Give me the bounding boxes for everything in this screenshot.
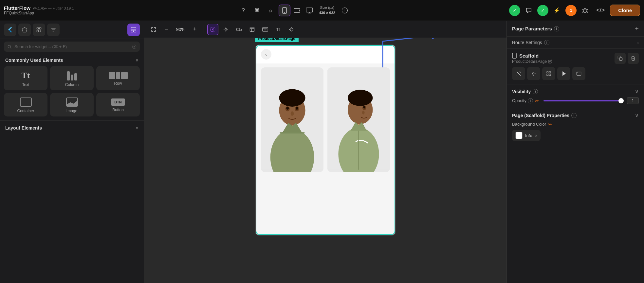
info-tag-label: Info xyxy=(525,133,532,138)
responsive-button[interactable] xyxy=(233,24,245,35)
selection-tool-button[interactable] xyxy=(207,24,218,35)
info-icon: i xyxy=(342,8,348,13)
widget-tree-button[interactable] xyxy=(127,24,140,36)
column-widget-icon xyxy=(67,71,77,80)
svg-rect-74 xyxy=(547,72,548,73)
phone-frame[interactable]: ‹ xyxy=(255,44,396,236)
info-button[interactable]: i xyxy=(339,5,351,16)
edit-scaffold-icon[interactable] xyxy=(548,60,552,63)
zoom-in-button[interactable]: + xyxy=(189,24,200,35)
opacity-slider-container[interactable] xyxy=(543,100,624,101)
svg-rect-77 xyxy=(549,74,551,76)
code-icon: </> xyxy=(596,7,605,13)
search-button[interactable]: ⌕ xyxy=(265,5,277,16)
commonly-used-chevron[interactable]: ∨ xyxy=(136,58,138,62)
play-button[interactable] xyxy=(557,67,570,80)
svg-rect-24 xyxy=(131,30,134,32)
back-button[interactable]: ‹ xyxy=(261,49,271,60)
scaffold-props-chevron[interactable]: ∨ xyxy=(635,112,639,118)
layout-elements-chevron[interactable]: ∨ xyxy=(136,126,138,130)
widget-item-column[interactable]: Column xyxy=(50,66,94,90)
route-settings-section[interactable]: Route Settings i › xyxy=(507,37,644,49)
opacity-value: 1 xyxy=(627,97,639,104)
size-info: Size (px) 430 × 932 xyxy=(317,5,337,15)
canvas-viewport[interactable]: ProductDetailsPage ‹ xyxy=(144,38,506,283)
help-button[interactable]: ? xyxy=(237,5,249,16)
clone-button[interactable]: Clone xyxy=(610,5,640,16)
product-image-2 xyxy=(327,67,390,172)
bg-color-options-icon[interactable] xyxy=(547,122,553,127)
comment-button[interactable] xyxy=(523,5,535,16)
widget-item-row[interactable]: Row xyxy=(96,66,140,90)
tablet-device-button[interactable] xyxy=(291,5,303,16)
search-input[interactable] xyxy=(14,42,129,52)
transform-button[interactable] xyxy=(286,24,297,35)
command-button[interactable]: ⌘ xyxy=(251,5,263,16)
text-widget-icon: Tt xyxy=(22,71,30,80)
delete-scaffold-button[interactable] xyxy=(628,53,639,64)
visibility-chevron[interactable]: ∨ xyxy=(635,88,639,95)
filter-button[interactable] xyxy=(47,24,60,36)
no-edit-button[interactable] xyxy=(512,67,525,80)
grid-button[interactable] xyxy=(542,67,555,80)
info-tag-close-button[interactable]: × xyxy=(535,133,538,138)
logo-text: FlutterFlow xyxy=(4,5,30,11)
mobile-device-button[interactable] xyxy=(279,5,290,16)
zoom-level: 90% xyxy=(174,27,187,32)
code-view-button[interactable]: </> xyxy=(594,6,607,15)
keyboard-button[interactable] xyxy=(260,24,271,35)
app-logo: FlutterFlow v4.1.45+ — Flutter 3.19.1 xyxy=(4,5,74,11)
settings-button[interactable] xyxy=(572,67,585,80)
widget-search-bar[interactable]: ⌘ xyxy=(4,42,140,52)
bug-button[interactable] xyxy=(579,5,591,16)
flutter-icon-button[interactable] xyxy=(4,24,16,36)
route-settings-chevron[interactable]: › xyxy=(637,40,639,45)
copy-icon xyxy=(617,56,623,61)
bolt-button[interactable]: ⚡ xyxy=(551,5,563,16)
opacity-info-icon: i xyxy=(528,98,533,103)
layout-button[interactable] xyxy=(247,24,258,35)
add-page-param-button[interactable]: + xyxy=(635,25,639,32)
svg-point-1 xyxy=(284,12,285,13)
bug-icon xyxy=(582,8,588,13)
cursor-button[interactable] xyxy=(527,67,540,80)
widget-item-text[interactable]: Tt Text xyxy=(4,66,47,90)
check-icon: ✓ xyxy=(513,8,517,13)
visibility-info-icon: i xyxy=(533,89,538,94)
svg-rect-71 xyxy=(512,53,516,58)
desktop-device-button[interactable] xyxy=(304,5,315,16)
svg-point-3 xyxy=(299,10,300,11)
svg-rect-78 xyxy=(577,72,581,76)
text-size-button[interactable]: T↑ xyxy=(273,24,284,35)
svg-point-57 xyxy=(286,107,289,110)
grid-icon xyxy=(546,71,551,76)
svg-rect-4 xyxy=(306,8,313,12)
widget-item-container[interactable]: Container xyxy=(4,93,47,116)
product-image-1 xyxy=(261,67,323,172)
left-panel-icons xyxy=(0,21,144,39)
copy-scaffold-button[interactable] xyxy=(615,53,626,64)
opacity-slider[interactable] xyxy=(543,100,624,101)
trash-icon xyxy=(631,56,636,61)
check-icon-2: ✓ xyxy=(541,8,545,13)
widget-item-button[interactable]: BTN Button xyxy=(96,93,140,116)
search-icon xyxy=(7,44,12,49)
scaffold-name: Scaffold xyxy=(512,53,552,59)
route-settings-title: Route Settings i xyxy=(512,40,549,45)
phone-frame-wrapper: ProductDetailsPage ‹ xyxy=(255,44,396,236)
page-params-info-icon[interactable]: i xyxy=(554,26,559,31)
brightness-button[interactable] xyxy=(220,24,231,35)
diamond-button[interactable] xyxy=(18,24,31,36)
widget-item-image[interactable]: Image xyxy=(50,93,94,116)
zoom-out-button[interactable]: − xyxy=(161,24,172,35)
opacity-options-icon[interactable] xyxy=(534,98,540,103)
svg-point-59 xyxy=(290,111,294,115)
play-icon xyxy=(562,71,566,76)
svg-rect-40 xyxy=(250,27,254,31)
fit-screen-button[interactable] xyxy=(148,24,159,35)
add-widget-button[interactable] xyxy=(33,24,45,36)
widget-tree-icon xyxy=(131,27,137,33)
color-swatch[interactable] xyxy=(515,132,523,139)
logo-section: FlutterFlow v4.1.45+ — Flutter 3.19.1 FF… xyxy=(4,5,74,15)
visibility-header: Visibility i ∨ xyxy=(512,88,639,95)
